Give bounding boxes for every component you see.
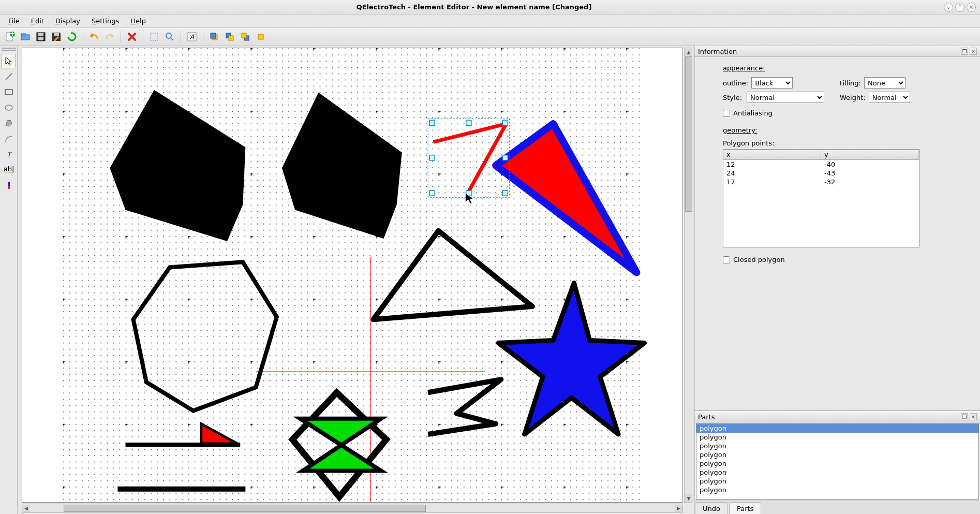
raise-button[interactable] xyxy=(223,30,236,43)
open-button[interactable] xyxy=(19,30,32,43)
svg-line-22 xyxy=(6,74,12,80)
style-label: Style: xyxy=(723,94,744,101)
svg-rect-45 xyxy=(429,190,435,196)
col-x-header: x xyxy=(723,150,821,159)
information-panel-header[interactable]: Information ❐ × xyxy=(695,46,980,57)
closed-polygon-input[interactable] xyxy=(723,256,730,263)
canvas[interactable] xyxy=(22,48,683,503)
canvas-drawing xyxy=(22,48,682,502)
arc-tool[interactable] xyxy=(2,131,16,146)
antialiasing-input[interactable] xyxy=(723,110,730,117)
menu-edit-label: dit xyxy=(35,17,44,25)
list-item[interactable]: polygon xyxy=(696,477,978,486)
scroll-right-icon[interactable]: ▶ xyxy=(675,505,682,512)
menu-settings-label: ettings xyxy=(96,17,119,25)
tab-undo[interactable]: Undo xyxy=(695,502,728,514)
polygon-points-table[interactable]: x y 12-40 24-43 17-32 xyxy=(723,149,919,247)
parts-panel-header[interactable]: Parts ❐ × xyxy=(695,411,980,422)
window-title: QElectroTech - Element Editor - New elem… xyxy=(4,3,944,11)
list-item[interactable]: polygon xyxy=(696,486,978,494)
parts-panel-title: Parts xyxy=(698,413,715,421)
terminal-tool[interactable] xyxy=(2,178,16,193)
svg-rect-41 xyxy=(466,120,471,125)
save-button[interactable] xyxy=(34,30,48,43)
vertical-scrollbar[interactable]: ▲ ▼ xyxy=(684,48,693,503)
list-item[interactable]: polygon xyxy=(696,459,978,468)
parts-list[interactable]: polygon polygon polygon polygon polygon … xyxy=(696,423,979,500)
panel-close-icon[interactable]: × xyxy=(970,413,977,420)
closed-polygon-checkbox[interactable]: Closed polygon xyxy=(723,256,785,263)
svg-rect-44 xyxy=(502,155,508,160)
table-row[interactable]: 24-43 xyxy=(723,169,919,178)
menu-display[interactable]: Display xyxy=(50,16,85,26)
tool-palette: T ab| xyxy=(0,46,18,514)
new-button[interactable]: + xyxy=(3,30,17,43)
weight-select[interactable]: Normal xyxy=(869,92,910,103)
canvas-area: ▲ ▼ ◀ ▶ xyxy=(18,46,694,514)
delete-button[interactable] xyxy=(125,30,139,43)
horizontal-scrollbar[interactable]: ◀ ▶ xyxy=(22,504,683,513)
list-item[interactable]: polygon xyxy=(696,450,978,459)
scroll-down-icon[interactable]: ▼ xyxy=(685,494,692,502)
tab-parts[interactable]: Parts xyxy=(729,502,761,514)
geometry-label: geometry: xyxy=(723,126,973,134)
reload-button[interactable] xyxy=(65,30,79,43)
table-row[interactable]: 12-40 xyxy=(723,160,919,169)
svg-text:T: T xyxy=(7,151,12,159)
bring-front-button[interactable] xyxy=(207,30,221,43)
svg-rect-42 xyxy=(502,120,508,125)
closed-polygon-label: Closed polygon xyxy=(733,256,785,263)
titlebar: QElectroTech - Element Editor - New elem… xyxy=(0,0,980,14)
textfield-tool[interactable]: ab| xyxy=(2,163,16,177)
svg-text:+: + xyxy=(10,32,15,37)
menu-file[interactable]: File xyxy=(3,16,25,26)
parts-tabs: Undo Parts xyxy=(695,501,980,514)
list-item[interactable]: polygon xyxy=(696,433,978,442)
close-button[interactable]: × xyxy=(967,3,976,12)
scroll-up-icon[interactable]: ▲ xyxy=(685,48,692,56)
line-tool[interactable] xyxy=(2,69,16,84)
hscroll-thumb[interactable] xyxy=(64,505,426,512)
text-properties-button[interactable]: A xyxy=(185,30,199,43)
svg-line-12 xyxy=(171,38,173,40)
style-select[interactable]: Normal xyxy=(747,92,824,103)
polygon-tool[interactable] xyxy=(2,116,16,130)
lower-button[interactable] xyxy=(239,30,252,43)
table-row[interactable]: 17-32 xyxy=(723,178,919,186)
vscroll-thumb[interactable] xyxy=(685,56,692,212)
toolbar-separator xyxy=(83,31,83,43)
panel-float-icon[interactable]: ❐ xyxy=(961,48,968,55)
outline-select[interactable]: Black xyxy=(751,77,793,89)
panel-float-icon[interactable]: ❐ xyxy=(961,413,968,420)
antialiasing-label: Antialiasing xyxy=(733,109,773,117)
svg-rect-10 xyxy=(151,33,158,40)
palette-grip[interactable] xyxy=(2,48,16,51)
rectangle-tool[interactable] xyxy=(2,85,16,99)
zoom-button[interactable] xyxy=(163,30,176,43)
select-tool[interactable] xyxy=(2,54,16,68)
svg-rect-29 xyxy=(8,186,10,189)
list-item[interactable]: polygon xyxy=(696,442,978,450)
text-tool[interactable]: T xyxy=(2,147,16,161)
list-item[interactable]: polygon xyxy=(696,468,978,477)
svg-rect-23 xyxy=(5,90,12,95)
svg-rect-7 xyxy=(38,37,43,40)
undo-button[interactable] xyxy=(87,30,101,43)
menu-settings[interactable]: Settings xyxy=(86,16,124,26)
scroll-left-icon[interactable]: ◀ xyxy=(22,505,30,512)
outline-label: outline: xyxy=(723,79,748,87)
save-as-button[interactable] xyxy=(50,30,63,43)
filling-select[interactable]: None xyxy=(864,77,905,89)
send-back-button[interactable] xyxy=(254,30,268,43)
select-area-button[interactable] xyxy=(147,30,161,43)
maximize-button[interactable]: ˄ xyxy=(955,3,964,12)
redo-button[interactable] xyxy=(103,30,116,43)
toolbar-separator xyxy=(143,31,143,43)
minimize-button[interactable]: ⌄ xyxy=(944,3,953,12)
list-item[interactable]: polygon xyxy=(696,424,978,433)
menu-edit[interactable]: Edit xyxy=(26,16,49,26)
panel-close-icon[interactable]: × xyxy=(970,48,977,55)
antialiasing-checkbox[interactable]: Antialiasing xyxy=(723,109,773,117)
menu-help[interactable]: Help xyxy=(125,16,151,26)
ellipse-tool[interactable] xyxy=(2,100,16,115)
